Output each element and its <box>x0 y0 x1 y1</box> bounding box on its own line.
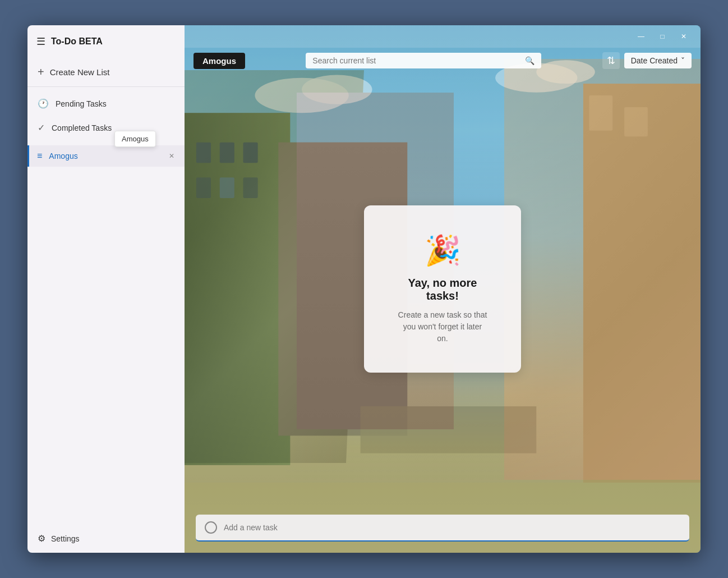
minimize-button[interactable]: — <box>631 27 651 45</box>
sort-direction-icon[interactable]: ⇅ <box>602 52 620 69</box>
search-input[interactable] <box>312 56 520 65</box>
toolbar: Amogus 🔍 ⇅ Date Created ˅ <box>185 48 701 74</box>
list-name-amogus: Amogus <box>49 152 160 160</box>
pending-tasks-label: Pending Tasks <box>56 99 107 108</box>
main-content: — □ ✕ Amogus 🔍 ⇅ Date Created ˅ <box>185 25 701 553</box>
chevron-down-icon: ˅ <box>681 56 685 65</box>
search-icon[interactable]: 🔍 <box>525 56 535 65</box>
sidebar-item-pending[interactable]: 🕐 Pending Tasks <box>27 91 185 116</box>
gear-icon: ⚙ <box>38 533 45 544</box>
search-bar: 🔍 <box>306 53 541 68</box>
create-new-list-label: Create New List <box>50 67 110 77</box>
list-title-badge: Amogus <box>193 53 245 69</box>
settings-button[interactable]: ⚙ Settings <box>27 524 185 553</box>
nav-items: 🕐 Pending Tasks ✓ Completed Tasks <box>27 87 185 144</box>
app-title: To-Do BETA <box>51 36 103 47</box>
plus-icon: + <box>38 66 44 79</box>
close-button[interactable]: ✕ <box>674 27 694 45</box>
amogus-tooltip: Amogus <box>114 131 156 147</box>
sidebar-item-amogus[interactable]: ≡ Amogus ✕ <box>27 145 185 167</box>
date-created-button[interactable]: Date Created ˅ <box>624 53 692 68</box>
empty-state-title: Yay, no more tasks! <box>398 277 487 302</box>
maximize-button[interactable]: □ <box>652 27 672 45</box>
task-circle-icon <box>205 521 217 534</box>
clock-icon: 🕐 <box>38 98 49 109</box>
empty-state-overlay: 🎉 Yay, no more tasks! Create a new task … <box>185 70 701 508</box>
create-new-list-button[interactable]: + Create New List <box>27 58 185 87</box>
empty-state-subtitle: Create a new task so that you won't forg… <box>398 309 487 345</box>
empty-state-card: 🎉 Yay, no more tasks! Create a new task … <box>364 205 521 373</box>
titlebar-controls: — □ ✕ <box>631 27 694 45</box>
list-close-button[interactable]: ✕ <box>167 151 177 161</box>
settings-label: Settings <box>51 534 80 543</box>
app-window: ☰ To-Do BETA + Create New List 🕐 Pending… <box>27 25 701 553</box>
sort-controls: ⇅ Date Created ˅ <box>602 52 692 69</box>
add-task-bar <box>196 515 689 542</box>
party-icon: 🎉 <box>398 233 487 268</box>
hamburger-icon[interactable]: ☰ <box>36 35 45 48</box>
sidebar: ☰ To-Do BETA + Create New List 🕐 Pending… <box>27 25 185 553</box>
date-created-label: Date Created <box>631 56 678 65</box>
titlebar: — □ ✕ <box>185 25 701 48</box>
check-icon: ✓ <box>38 122 45 133</box>
sidebar-header: ☰ To-Do BETA <box>27 25 185 58</box>
add-task-input[interactable] <box>224 523 680 532</box>
sidebar-item-completed[interactable]: ✓ Completed Tasks <box>27 116 185 140</box>
list-icon: ≡ <box>37 151 42 161</box>
completed-tasks-label: Completed Tasks <box>52 123 112 132</box>
